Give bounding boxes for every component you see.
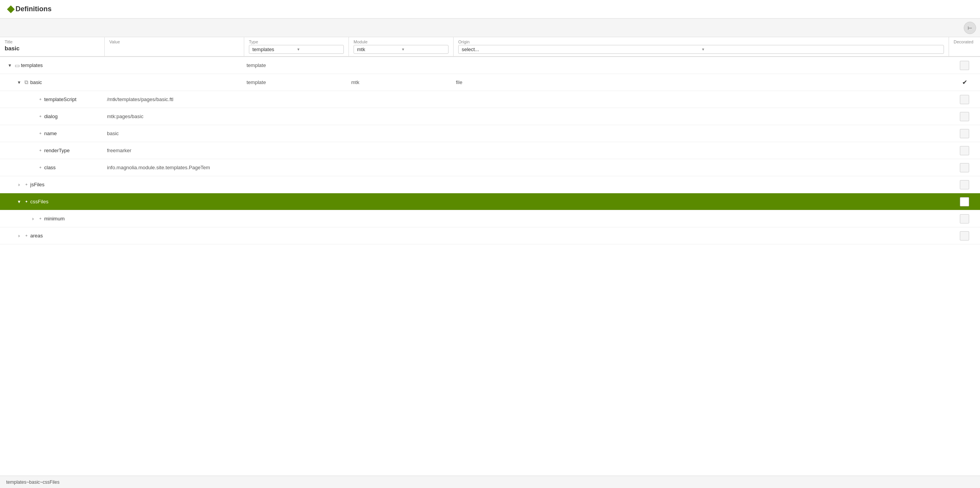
row-title: name	[44, 131, 104, 136]
row-decorated	[949, 112, 980, 121]
origin-chevron-icon: ▾	[702, 47, 941, 52]
row-title: templates	[21, 62, 104, 68]
row-type: template	[243, 79, 348, 85]
row-decorated	[949, 214, 980, 223]
filter-decorated-cell: Decorated	[949, 37, 980, 56]
row-decorated	[949, 180, 980, 189]
expand-icon[interactable]: ▾	[16, 79, 22, 85]
content-wrapper: ▾ ▭ templates template ▾ ⧉ basic templat…	[0, 57, 980, 476]
row-title: dialog	[44, 113, 104, 119]
property-icon: ✦	[36, 97, 44, 101]
row-title: jsFiles	[30, 182, 104, 187]
row-decorated: ✔	[949, 79, 980, 86]
tree-row-name[interactable]: ✦ name basic	[0, 125, 980, 142]
decorated-box	[960, 112, 969, 121]
value-label: Value	[109, 40, 239, 44]
tree-row-templateScript[interactable]: ✦ templateScript /mtk/templates/pages/ba…	[0, 91, 980, 108]
module-select[interactable]: mtk ▾	[354, 45, 449, 54]
row-title: basic	[30, 79, 104, 85]
decorated-box	[960, 180, 969, 189]
row-decorated	[949, 61, 980, 70]
decorated-box	[960, 61, 969, 70]
origin-label: Origin	[458, 40, 944, 44]
property-icon: ✦	[22, 234, 30, 238]
row-title: renderType	[44, 148, 104, 153]
svg-marker-0	[7, 5, 15, 13]
type-chevron-icon: ▾	[297, 47, 341, 52]
decorated-box	[960, 163, 969, 172]
tree-row-areas[interactable]: › ✦ areas	[0, 227, 980, 244]
row-value: freemarker	[104, 148, 243, 153]
decorated-label: Decorated	[954, 40, 975, 44]
status-bar: templates~basic~cssFiles	[0, 476, 980, 488]
decorated-box-white	[960, 197, 969, 206]
row-decorated	[949, 197, 980, 206]
decorated-box	[960, 129, 969, 138]
type-select[interactable]: templates ▾	[249, 45, 344, 54]
row-module: mtk	[348, 79, 453, 85]
property-icon: ✦	[36, 217, 44, 221]
title-value: basic	[5, 45, 100, 52]
tree-row-basic[interactable]: ▾ ⧉ basic template mtk file ✔	[0, 74, 980, 91]
filter-module-cell[interactable]: Module mtk ▾	[349, 37, 454, 56]
row-type: template	[243, 62, 348, 68]
row-title: areas	[30, 233, 104, 239]
row-origin: file	[453, 79, 949, 85]
filter-bar: Title basic Value Type templates ▾ Modul…	[0, 37, 980, 57]
row-title: class	[44, 165, 104, 170]
property-icon: ✦	[36, 165, 44, 170]
row-title: templateScript	[44, 96, 104, 102]
decorated-box	[960, 231, 969, 241]
filter-title-cell: Title basic	[0, 37, 105, 56]
row-decorated	[949, 231, 980, 241]
row-value: /mtk/templates/pages/basic.ftl	[104, 96, 243, 102]
decorated-box	[960, 146, 969, 155]
property-icon: ✦	[36, 148, 44, 153]
expand-icon[interactable]: ›	[16, 182, 22, 187]
tree-row-cssFiles[interactable]: ▾ ✦ cssFiles	[0, 193, 980, 210]
folder-icon: ▭	[13, 62, 21, 69]
page-icon: ⧉	[22, 79, 30, 86]
tree-panel: ▾ ▭ templates template ▾ ⧉ basic templat…	[0, 57, 980, 476]
row-value: info.magnolia.module.site.templates.Page…	[104, 165, 243, 170]
expand-icon[interactable]: ▾	[16, 199, 22, 204]
filter-type-cell[interactable]: Type templates ▾	[244, 37, 349, 56]
row-decorated	[949, 129, 980, 138]
top-bar: Definitions	[0, 0, 980, 19]
status-path: templates~basic~cssFiles	[6, 479, 59, 485]
property-icon: ✦	[22, 182, 30, 187]
tree-row-dialog[interactable]: ✦ dialog mtk:pages/basic	[0, 108, 980, 125]
origin-select[interactable]: select... ▾	[458, 45, 944, 54]
property-icon: ✦	[36, 114, 44, 119]
row-decorated	[949, 163, 980, 172]
collapse-button[interactable]: ⊢	[964, 22, 976, 34]
checkmark-icon: ✔	[962, 79, 967, 86]
type-label: Type	[249, 40, 344, 44]
filter-value-cell: Value	[105, 37, 244, 56]
tree-row-minimum[interactable]: › ✦ minimum	[0, 210, 980, 227]
tree-row-renderType[interactable]: ✦ renderType freemarker	[0, 142, 980, 159]
property-icon: ✦	[36, 131, 44, 136]
decorated-box	[960, 95, 969, 104]
module-chevron-icon: ▾	[402, 47, 445, 52]
origin-placeholder: select...	[462, 46, 700, 52]
tree-row-class[interactable]: ✦ class info.magnolia.module.site.templa…	[0, 159, 980, 176]
app-logo	[6, 5, 16, 14]
property-icon: ✦	[22, 199, 30, 204]
filter-origin-cell[interactable]: Origin select... ▾	[454, 37, 949, 56]
expand-icon[interactable]: ›	[16, 233, 22, 239]
tree-row-templates[interactable]: ▾ ▭ templates template	[0, 57, 980, 74]
app-container: Definitions ⊢ Title basic Value Type tem…	[0, 0, 980, 488]
expand-icon[interactable]: ›	[29, 216, 36, 222]
title-label: Title	[5, 40, 100, 44]
collapse-icon: ⊢	[968, 25, 972, 31]
row-decorated	[949, 95, 980, 104]
type-select-value: templates	[252, 46, 296, 52]
expand-icon[interactable]: ▾	[6, 62, 13, 68]
row-value: basic	[104, 131, 243, 136]
module-label: Module	[354, 40, 449, 44]
row-title: cssFiles	[30, 199, 104, 204]
decorated-box	[960, 214, 969, 223]
toolbar-area: ⊢	[0, 19, 980, 37]
tree-row-jsFiles[interactable]: › ✦ jsFiles	[0, 176, 980, 193]
